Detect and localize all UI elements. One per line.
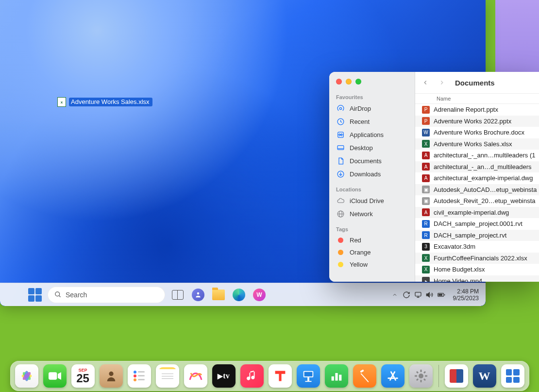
dwg-icon: A xyxy=(422,208,430,216)
sidebar-item-network[interactable]: Network xyxy=(329,207,415,221)
dock: SEP 25 ▶tv xyxy=(10,361,529,391)
svg-rect-31 xyxy=(138,371,145,373)
file-row[interactable]: XAdventure Works Sales.xlsx xyxy=(415,138,539,150)
dock-app-app-store[interactable] xyxy=(381,364,404,388)
teams-button[interactable] xyxy=(188,285,208,305)
windows-update-button[interactable] xyxy=(403,291,410,299)
wps-icon: W xyxy=(253,289,266,301)
nav-back-button[interactable] xyxy=(422,79,433,86)
file-row[interactable]: ▸Home Video.mp4 xyxy=(415,275,539,282)
sidebar-item-applications[interactable]: Applications xyxy=(329,128,415,141)
file-row[interactable]: Aarchitectural_-_ann…multileaders (1 xyxy=(415,150,539,161)
chevron-up-icon xyxy=(392,292,398,298)
sidebar-item-label: Recent xyxy=(350,118,370,125)
svg-point-34 xyxy=(134,378,136,381)
minimize-button[interactable] xyxy=(346,79,352,85)
dock-app-keynote[interactable] xyxy=(297,364,320,388)
sidebar-item-documents[interactable]: Documents xyxy=(329,154,415,168)
dock-app-music[interactable] xyxy=(240,364,264,388)
dock-app-pages[interactable] xyxy=(353,364,376,388)
dmg-icon: ▣ xyxy=(422,197,430,205)
fullscreen-button[interactable] xyxy=(355,79,361,85)
task-view-button[interactable] xyxy=(168,285,187,305)
file-explorer-button[interactable] xyxy=(209,285,228,305)
volume-tray-button[interactable] xyxy=(426,291,434,299)
battery-tray-button[interactable] xyxy=(438,291,445,299)
svg-rect-15 xyxy=(337,146,344,150)
overflow-tray-button[interactable] xyxy=(391,291,399,299)
dock-app-reminders[interactable] xyxy=(128,364,151,388)
sidebar-item-label: Yellow xyxy=(350,261,368,268)
desktop-file-adventure-works-sales[interactable]: x Adventure Works Sales.xlsx xyxy=(57,97,152,107)
dock-app-parallels[interactable] xyxy=(445,364,468,388)
file-name: Adrenaline Report.pptx xyxy=(434,106,498,113)
file-row[interactable]: Aarchitectural_example-imperial.dwg xyxy=(415,172,539,184)
dock-app-contacts[interactable] xyxy=(100,364,123,388)
file-row[interactable]: ▣Autodesk_AutoCAD…etup_webinsta xyxy=(415,184,539,196)
file-row[interactable]: ▣Autodesk_Revit_20…etup_webinsta xyxy=(415,195,539,207)
dock-app-windows-apps[interactable] xyxy=(501,364,524,388)
nav-forward-button[interactable] xyxy=(438,79,449,86)
sidebar-item-downloads[interactable]: Downloads xyxy=(329,168,415,181)
sidebar-tag-red[interactable]: Red xyxy=(329,234,415,246)
dock-app-news[interactable] xyxy=(269,364,292,388)
start-button[interactable] xyxy=(28,285,48,305)
file-name: Adventure Works 2022.pptx xyxy=(434,118,511,125)
file-row[interactable]: PAdrenaline Report.pptx xyxy=(415,104,539,116)
svg-rect-35 xyxy=(138,379,145,380)
calendar-day: 25 xyxy=(76,373,89,384)
video-icon xyxy=(49,371,61,381)
dock-app-notes[interactable] xyxy=(156,364,179,388)
wps-button[interactable]: W xyxy=(250,285,269,305)
window-controls xyxy=(329,72,415,88)
dock-app-calendar[interactable]: SEP 25 xyxy=(71,364,95,388)
edge-button[interactable] xyxy=(229,285,249,305)
finder-main: Documents Name PAdrenaline Report.pptxPA… xyxy=(415,72,539,282)
network-icon xyxy=(336,210,345,218)
news-icon xyxy=(274,370,286,382)
dock-app-photos[interactable] xyxy=(15,364,38,388)
file-row[interactable]: RDACH_sample_project.rvt xyxy=(415,230,539,241)
file-row[interactable]: XHome Budget.xlsx xyxy=(415,264,539,275)
file-row[interactable]: Aarchitectural_-_an…d_multileaders xyxy=(415,161,539,173)
sidebar-item-recent[interactable]: Recent xyxy=(329,115,415,128)
dock-app-numbers[interactable] xyxy=(325,364,348,388)
sidebar-item-desktop[interactable]: Desktop xyxy=(329,141,415,154)
svg-rect-42 xyxy=(335,373,337,381)
file-row[interactable]: Acivil_example-imperial.dwg xyxy=(415,207,539,219)
svg-point-29 xyxy=(109,372,113,376)
sidebar-item-icloud[interactable]: iCloud Drive xyxy=(329,194,415,207)
dock-app-tv[interactable]: ▶tv xyxy=(212,364,236,388)
file-row[interactable]: WAdventure Works Brochure.docx xyxy=(415,127,539,138)
file-row[interactable]: XFourthCoffeeFinancials 2022.xlsx xyxy=(415,253,539,264)
sidebar-tag-orange[interactable]: Orange xyxy=(329,246,415,258)
file-row[interactable]: 3Excavator.3dm xyxy=(415,241,539,253)
dock-app-facetime[interactable] xyxy=(43,364,67,388)
sidebar-item-airdrop[interactable]: AirDrop xyxy=(329,102,415,115)
dock-app-system-settings[interactable] xyxy=(409,364,433,388)
dock-app-word[interactable]: W xyxy=(473,364,496,388)
file-name: FourthCoffeeFinancials 2022.xlsx xyxy=(434,255,527,262)
file-row[interactable]: RDACH_sample_project.0001.rvt xyxy=(415,218,539,230)
tag-dot-icon xyxy=(338,250,343,255)
close-button[interactable] xyxy=(336,79,342,85)
dwg-icon: A xyxy=(422,174,430,182)
sidebar-tag-yellow[interactable]: Yellow xyxy=(329,258,415,271)
taskbar-clock[interactable]: 2:48 PM 9/25/2023 xyxy=(453,288,479,302)
dock-app-freeform[interactable] xyxy=(184,364,207,388)
taskbar-search[interactable]: Search xyxy=(48,287,165,303)
chevron-right-icon xyxy=(438,79,445,86)
svg-line-55 xyxy=(424,379,425,380)
file-name: civil_example-imperial.dwg xyxy=(434,209,509,216)
music-icon xyxy=(247,370,257,382)
file-row[interactable]: PAdventure Works 2022.pptx xyxy=(415,116,539,127)
freeform-icon xyxy=(188,368,203,384)
finder-window[interactable]: Favourites AirDropRecentApplicationsDesk… xyxy=(329,72,539,282)
column-header-name[interactable]: Name xyxy=(415,94,539,104)
edge-icon xyxy=(233,289,245,301)
network-tray-button[interactable] xyxy=(414,291,422,299)
file-name: architectural_example-imperial.dwg xyxy=(434,174,533,182)
airdrop-icon xyxy=(336,104,345,113)
file-name: architectural_-_ann…multileaders (1 xyxy=(434,152,536,159)
folder-icon xyxy=(212,290,225,300)
